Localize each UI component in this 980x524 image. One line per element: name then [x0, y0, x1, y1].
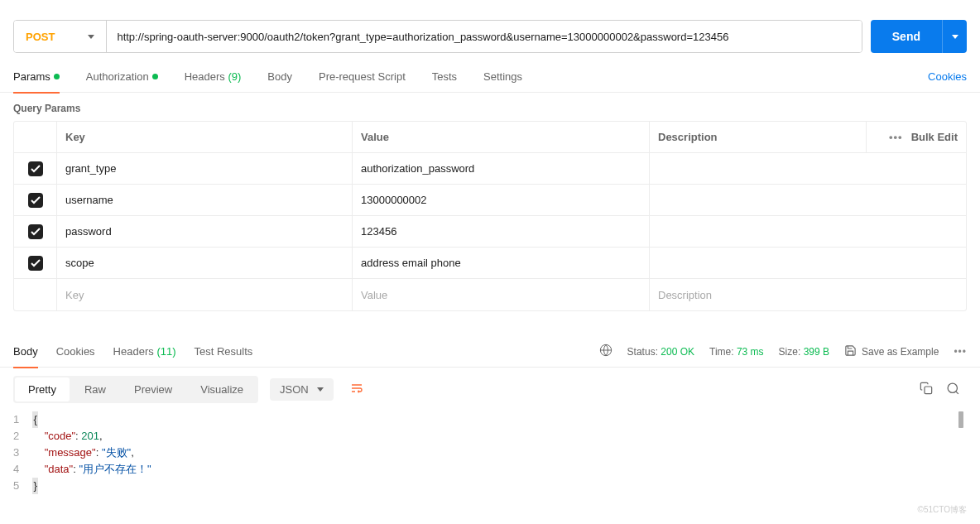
method-select[interactable]: POST: [14, 21, 107, 52]
dot-green-icon: [54, 74, 60, 79]
param-description-cell[interactable]: [650, 185, 966, 215]
tab-pre-request-script[interactable]: Pre-request Script: [319, 61, 406, 93]
globe-icon[interactable]: [599, 344, 612, 359]
send-options-button[interactable]: [942, 20, 967, 53]
format-label: JSON: [280, 383, 309, 396]
response-tab-headers[interactable]: Headers (11): [113, 336, 176, 368]
view-tab-raw[interactable]: Raw: [71, 377, 119, 401]
copy-icon[interactable]: [913, 378, 939, 401]
chevron-down-icon: [88, 35, 94, 39]
header-actions-cell: ••• Bulk Edit: [867, 122, 966, 152]
row-checkbox[interactable]: [28, 193, 43, 208]
param-value-placeholder[interactable]: Value: [353, 279, 650, 310]
tab-label: Authorization: [86, 70, 149, 83]
tab-body[interactable]: Body: [267, 61, 292, 93]
param-key-cell[interactable]: scope: [57, 248, 353, 278]
svg-point-2: [948, 383, 957, 392]
header-value-cell: Value: [353, 122, 650, 152]
param-key-cell[interactable]: username: [57, 185, 353, 215]
save-example-label: Save as Example: [862, 346, 939, 358]
query-params-table: Key Value Description ••• Bulk Edit gran…: [13, 121, 967, 311]
cookies-link[interactable]: Cookies: [928, 70, 967, 83]
view-tab-preview[interactable]: Preview: [121, 377, 185, 401]
view-tab-pretty[interactable]: Pretty: [15, 377, 70, 401]
row-checkbox[interactable]: [28, 256, 43, 271]
view-mode-tabs: Pretty Raw Preview Visualize: [13, 376, 258, 403]
row-checkbox[interactable]: [28, 224, 43, 239]
response-tab-body[interactable]: Body: [13, 336, 38, 368]
headers-count: (11): [156, 345, 175, 358]
chevron-down-icon: [952, 35, 958, 39]
size-block: Size: 399 B: [779, 346, 829, 358]
param-description-cell[interactable]: [650, 153, 966, 184]
query-params-title: Query Params: [0, 93, 980, 121]
header-check-cell: [14, 122, 57, 152]
table-header-row: Key Value Description ••• Bulk Edit: [14, 122, 966, 153]
param-description-cell[interactable]: [650, 248, 966, 278]
response-tab-cookies[interactable]: Cookies: [56, 336, 95, 368]
view-tab-visualize[interactable]: Visualize: [187, 377, 257, 401]
tab-params[interactable]: Params: [13, 61, 60, 93]
table-row: password 123456: [14, 216, 966, 248]
method-label: POST: [26, 31, 55, 43]
chevron-down-icon: [317, 387, 324, 392]
param-value-cell[interactable]: address email phone: [353, 248, 650, 278]
time-block: Time: 73 ms: [709, 346, 764, 358]
empty-check-cell: [14, 279, 57, 310]
table-row: scope address email phone: [14, 248, 966, 279]
header-description-cell: Description: [650, 122, 867, 152]
tab-headers[interactable]: Headers (9): [185, 61, 242, 93]
param-description-placeholder[interactable]: Description: [650, 279, 966, 310]
param-value-cell[interactable]: 123456: [353, 216, 650, 247]
tab-label: Params: [13, 70, 50, 83]
param-key-cell[interactable]: grant_type: [57, 153, 353, 184]
response-tab-test-results[interactable]: Test Results: [195, 336, 253, 368]
dot-green-icon: [152, 74, 158, 79]
param-key-placeholder[interactable]: Key: [57, 279, 353, 310]
code-content: { "code": 201, "message": "失败", "data": …: [32, 411, 151, 494]
url-input[interactable]: [107, 21, 861, 52]
table-empty-row: Key Value Description: [14, 279, 966, 310]
param-description-cell[interactable]: [650, 216, 966, 247]
line-numbers: 12345: [13, 411, 32, 494]
search-icon[interactable]: [939, 378, 967, 401]
format-select[interactable]: JSON: [270, 378, 334, 401]
param-key-cell[interactable]: password: [57, 216, 353, 247]
send-button[interactable]: Send: [871, 20, 942, 53]
save-as-example-button[interactable]: Save as Example: [844, 344, 939, 359]
table-row: grant_type authorization_password: [14, 153, 966, 185]
header-key-cell: Key: [57, 122, 353, 152]
response-code-area[interactable]: 12345 { "code": 201, "message": "失败", "d…: [0, 411, 980, 511]
save-icon: [844, 344, 857, 359]
table-row: username 13000000002: [14, 185, 966, 216]
wrap-lines-icon[interactable]: [345, 377, 368, 402]
row-checkbox[interactable]: [28, 161, 43, 176]
more-response-options-icon[interactable]: •••: [954, 346, 967, 358]
status-block: Status: 200 OK: [627, 346, 694, 358]
headers-count: (9): [228, 70, 241, 83]
tab-settings[interactable]: Settings: [483, 61, 522, 93]
param-value-cell[interactable]: authorization_password: [353, 153, 650, 184]
svg-rect-1: [925, 387, 932, 394]
param-value-cell[interactable]: 13000000002: [353, 185, 650, 215]
tab-authorization[interactable]: Authorization: [86, 61, 158, 93]
watermark: ©51CTO博客: [918, 504, 967, 516]
tab-label: Headers: [113, 345, 154, 358]
tab-tests[interactable]: Tests: [432, 61, 457, 93]
bulk-edit-button[interactable]: Bulk Edit: [911, 131, 958, 143]
minimap-scrollbar[interactable]: [958, 411, 963, 428]
more-options-icon[interactable]: •••: [889, 131, 903, 143]
tab-label: Headers: [185, 70, 225, 83]
